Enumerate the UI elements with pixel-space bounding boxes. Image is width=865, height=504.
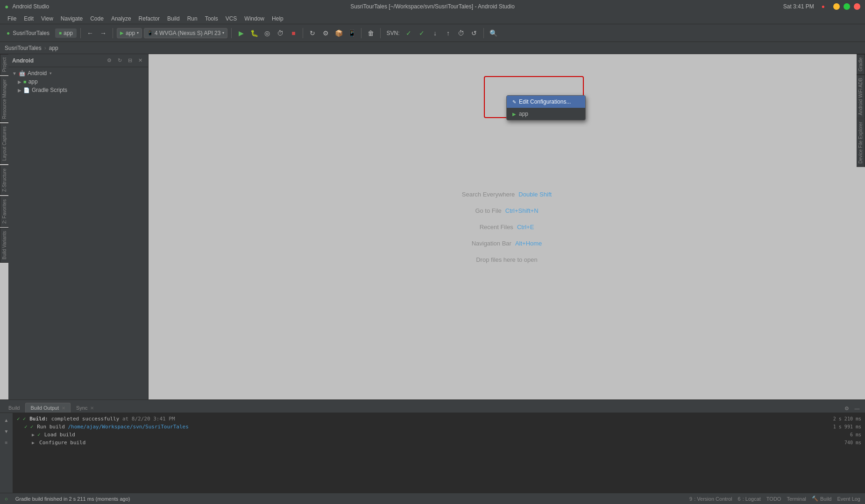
bottom-strip-down[interactable]: ▼	[1, 426, 12, 436]
search-button[interactable]: 🔍	[488, 28, 499, 39]
maximize-button[interactable]	[844, 3, 850, 10]
check-icon-2: ✓	[23, 416, 26, 422]
menu-item-window[interactable]: Window	[241, 14, 268, 23]
menu-item-file[interactable]: File	[4, 14, 20, 23]
status-bar: ○ Gradle build finished in 2 s 211 ms (m…	[0, 493, 865, 504]
bottom-content: ✓ ✓ Build: completed successfully at 8/2…	[13, 413, 865, 493]
device-selector[interactable]: 📱 4 WVGA (Nexus S) API 23 ▾	[144, 28, 227, 38]
left-tab-structure[interactable]: Z-Structure	[0, 165, 8, 195]
left-tab-favorites[interactable]: 2: Favorites	[0, 196, 8, 227]
device-icon: 📱	[147, 30, 153, 35]
panel-settings-icon[interactable]: ⚙	[843, 404, 851, 413]
status-logcat[interactable]: 6 : Logcat	[738, 496, 761, 502]
menu-item-edit[interactable]: Edit	[20, 14, 37, 23]
status-build[interactable]: 🔨 Build	[812, 496, 831, 502]
menu-item-navigate[interactable]: Navigate	[57, 14, 86, 23]
right-vertical-tabs: Gradle Android WiFi ADB Device File Expl…	[857, 54, 865, 167]
title-bar: ● Android Studio SusriTourTales [~/Works…	[0, 0, 865, 13]
bottom-tab-build-output[interactable]: Build Output ✕	[25, 403, 71, 413]
svn-history-button[interactable]: ⏱	[455, 28, 467, 39]
panel-collapse-button[interactable]: ⊟	[126, 56, 134, 65]
left-tab-project[interactable]: Project	[0, 54, 8, 75]
run-build-time: 1 s 991 ms	[824, 424, 861, 429]
bottom-tab-build[interactable]: Build	[4, 403, 24, 413]
sdk-manager-button[interactable]: 📦	[333, 28, 344, 39]
debug-button[interactable]: 🐛	[248, 28, 260, 39]
menu-item-tools[interactable]: Tools	[201, 14, 222, 23]
status-terminal[interactable]: Terminal	[787, 496, 806, 502]
menu-item-run[interactable]: Run	[184, 14, 201, 23]
profile-button[interactable]: ⏱	[275, 28, 286, 39]
panel-sync-button[interactable]: ↻	[115, 56, 124, 65]
menu-item-vcs[interactable]: VCS	[222, 14, 241, 23]
status-todo[interactable]: TODO	[766, 496, 781, 502]
gradle-sync-button[interactable]: ⚙	[320, 28, 331, 39]
bottom-tab-sync[interactable]: Sync ✕	[71, 403, 99, 413]
right-tab-gradle[interactable]: Gradle	[857, 54, 865, 75]
menu-item-analyze[interactable]: Analyze	[107, 14, 135, 23]
breadcrumb-sep-1: ›	[44, 45, 46, 51]
project-tab[interactable]: ● SusriTourTales	[3, 28, 53, 38]
avd-manager-button[interactable]: 📱	[346, 28, 357, 39]
status-main-text: Gradle build finished in 2 s 211 ms (mom…	[15, 496, 130, 502]
menu-item-build[interactable]: Build	[163, 14, 184, 23]
app-run-label: app	[519, 111, 528, 117]
project-tree: ▼ 🤖 Android ▾ ▶ ■ app ▶ 📄 Gradle Scripts	[8, 67, 148, 399]
sync-tab-close[interactable]: ✕	[90, 406, 94, 411]
left-tab-resource[interactable]: Resource Manager	[0, 76, 8, 122]
bottom-tabs: Build Build Output ✕ Sync ✕ ⚙ —	[0, 400, 865, 413]
svn-check2-button[interactable]: ✓	[416, 28, 427, 39]
load-build-time: 6 ms	[824, 432, 861, 437]
panel-close-button[interactable]: ✕	[136, 56, 144, 65]
sync-button[interactable]: ↻	[307, 28, 318, 39]
app-folder-icon: ■	[23, 79, 27, 84]
todo-label: TODO	[766, 496, 781, 502]
svn-update-button[interactable]: ↓	[429, 28, 440, 39]
menu-item-view[interactable]: View	[37, 14, 57, 23]
tree-item-gradle[interactable]: ▶ 📄 Gradle Scripts	[8, 86, 148, 94]
vc-label: : Version Control	[694, 496, 732, 502]
menu-item-code[interactable]: Code	[86, 14, 107, 23]
minimize-button[interactable]	[833, 3, 840, 10]
close-button[interactable]	[854, 3, 860, 10]
left-tab-build-variants[interactable]: Build Variants	[0, 228, 8, 263]
status-version-control[interactable]: 9 : Version Control	[689, 496, 732, 502]
gradle-label: Gradle Scripts	[32, 87, 67, 93]
logcat-number: 6	[738, 496, 741, 502]
right-tab-device-files[interactable]: Device File Explorer	[857, 119, 865, 167]
tree-item-app[interactable]: ▶ ■ app	[8, 77, 148, 86]
forward-button[interactable]: →	[98, 28, 109, 39]
toolbar: ● SusriTourTales ■ app ← → ▶ app ▾ 📱 4 W…	[0, 24, 865, 42]
build-tab-label: Build	[8, 405, 20, 411]
run-build-text: Run build /home/ajay/Workspace/svn/Susri…	[37, 424, 189, 430]
stop-button[interactable]: ■	[288, 28, 299, 39]
breadcrumb-bar: SusriTourTales › app	[0, 42, 865, 54]
panel-minimize-icon[interactable]: —	[853, 404, 861, 413]
right-tab-android-wifi[interactable]: Android WiFi ADB	[857, 75, 865, 119]
coverage-button[interactable]: ◎	[262, 28, 273, 39]
run-config-dropdown[interactable]: ▶ app ▾	[117, 28, 142, 38]
wipe-button[interactable]: 🗑	[365, 28, 376, 39]
build-output-tab-close[interactable]: ✕	[62, 406, 65, 411]
run-button[interactable]: ▶	[235, 28, 247, 39]
android-dropdown[interactable]: ▾	[50, 71, 52, 76]
left-tab-layout[interactable]: Layout Captures	[0, 123, 8, 164]
svn-revert-button[interactable]: ↺	[468, 28, 480, 39]
menu-item-help[interactable]: Help	[268, 14, 287, 23]
svn-check-button[interactable]: ✓	[403, 28, 414, 39]
app-tab[interactable]: ■ app	[55, 28, 77, 38]
back-button[interactable]: ←	[85, 28, 96, 39]
bottom-strip-up[interactable]: ▲	[1, 415, 12, 425]
hint-goto: Go to File Ctrl+Shift+N	[475, 207, 538, 214]
menu-item-refactor[interactable]: Refactor	[135, 14, 163, 23]
bottom-strip-filter[interactable]: ≡	[1, 437, 12, 448]
toolbar-separator-4	[303, 28, 303, 38]
status-event-log[interactable]: Event Log	[837, 496, 860, 502]
svn-commit-button[interactable]: ↑	[442, 28, 454, 39]
menu-bar: File Edit View Navigate Code Analyze Ref…	[0, 13, 865, 24]
dropdown-item-edit-config[interactable]: ✎ Edit Configurations...	[507, 96, 585, 108]
dropdown-item-app[interactable]: ▶ app	[507, 108, 585, 120]
app-expand-icon: ▶	[18, 79, 21, 84]
panel-settings-button[interactable]: ⚙	[105, 56, 113, 65]
tree-item-android[interactable]: ▼ 🤖 Android ▾	[8, 69, 148, 77]
